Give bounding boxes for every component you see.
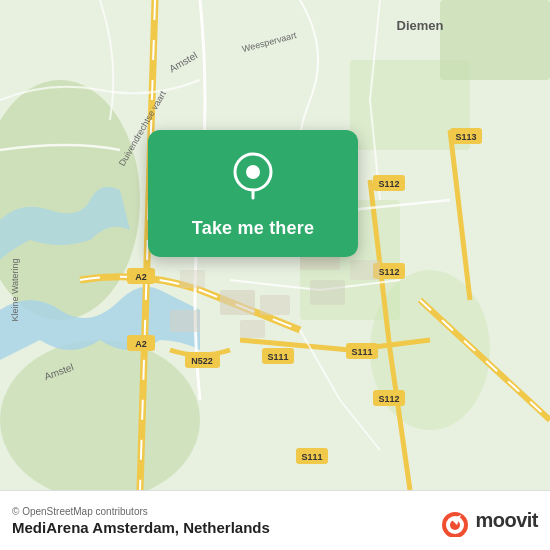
svg-rect-38 bbox=[240, 320, 265, 338]
moovit-icon bbox=[439, 505, 471, 537]
svg-text:N522: N522 bbox=[191, 356, 213, 366]
svg-rect-33 bbox=[220, 290, 255, 315]
footer-bar: © OpenStreetMap contributors MediArena A… bbox=[0, 490, 550, 550]
svg-text:Kleine Watering: Kleine Watering bbox=[10, 258, 20, 321]
svg-text:S112: S112 bbox=[378, 394, 399, 404]
svg-text:S112: S112 bbox=[378, 179, 399, 189]
svg-text:Diemen: Diemen bbox=[397, 18, 444, 33]
osm-credit: © OpenStreetMap contributors bbox=[12, 506, 270, 517]
svg-rect-6 bbox=[440, 0, 550, 80]
svg-text:S113: S113 bbox=[455, 132, 476, 142]
svg-text:S111: S111 bbox=[301, 452, 322, 462]
moovit-logo: moovit bbox=[439, 505, 538, 537]
svg-rect-37 bbox=[350, 260, 380, 280]
svg-rect-39 bbox=[170, 310, 200, 332]
svg-point-42 bbox=[246, 165, 260, 179]
svg-text:S111: S111 bbox=[267, 352, 288, 362]
svg-text:S112: S112 bbox=[378, 267, 399, 277]
svg-text:S111: S111 bbox=[351, 347, 372, 357]
svg-rect-34 bbox=[260, 295, 290, 315]
popup-card: Take me there bbox=[148, 130, 358, 257]
take-me-there-button[interactable]: Take me there bbox=[192, 218, 314, 239]
footer-info: © OpenStreetMap contributors MediArena A… bbox=[12, 506, 270, 536]
svg-text:A2: A2 bbox=[135, 272, 147, 282]
location-pin-icon bbox=[227, 152, 279, 204]
svg-text:A2: A2 bbox=[135, 339, 147, 349]
moovit-text: moovit bbox=[475, 509, 538, 532]
svg-rect-36 bbox=[310, 280, 345, 305]
svg-rect-40 bbox=[180, 270, 205, 288]
location-name: MediArena Amsterdam, Netherlands bbox=[12, 519, 270, 536]
map-container: A2 A2 N522 S111 S111 S112 S112 S112 S113… bbox=[0, 0, 550, 490]
